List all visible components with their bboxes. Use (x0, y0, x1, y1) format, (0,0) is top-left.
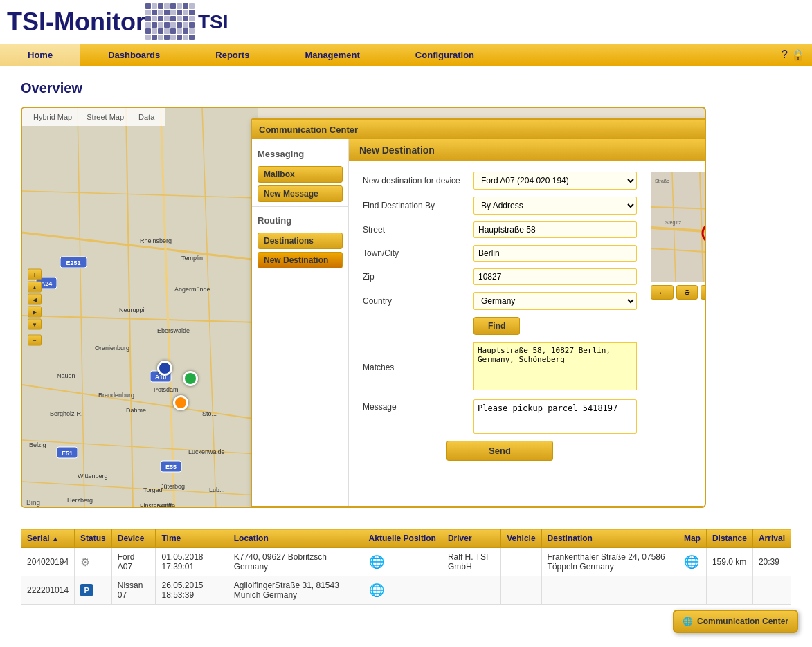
message-textarea[interactable]: Please pickup parcel 5418197 (473, 399, 637, 434)
pan-right-button[interactable]: ▶ (28, 307, 42, 318)
device-label: New destination for device (363, 176, 473, 185)
comm-center-header: Communication Center ✕ (252, 120, 706, 139)
svg-text:Dahme: Dahme (126, 407, 146, 414)
svg-text:Herzberg: Herzberg (67, 497, 93, 504)
comm-center-title: Communication Center (259, 125, 358, 135)
matches-textarea[interactable]: Hauptstraße 58, 10827 Berlin, Germany, S… (473, 342, 637, 390)
cell-time: 26.05.2015 18:53:39 (156, 576, 228, 605)
logo-box: TSI (145, 3, 228, 40)
cell-driver (442, 576, 500, 605)
map-thumb-image: Schöneberg Steglitz Straße (651, 172, 706, 282)
vehicle-marker-blue[interactable] (157, 361, 172, 376)
map-tab-street[interactable]: Street Map (81, 111, 129, 122)
pan-left-button[interactable]: ◀ (28, 294, 42, 305)
device-select[interactable]: Ford A07 (204 020 194) (473, 172, 637, 190)
nav-dashboards[interactable]: Dashboards (80, 44, 188, 66)
destinations-button[interactable]: Destinations (258, 233, 343, 249)
nav-reports[interactable]: Reports (188, 44, 277, 66)
cell-distance: 159.0 km (706, 548, 752, 576)
message-label: Message (363, 399, 473, 412)
col-distance[interactable]: Distance (706, 529, 752, 548)
map-tab-data[interactable]: Data (133, 111, 160, 122)
zip-control (473, 268, 637, 285)
map-thumbnail: Schöneberg Steglitz Straße ← ⊕ → (651, 172, 706, 468)
form-area: New destination for device Ford A07 (204… (349, 161, 706, 478)
svg-text:Lub...: Lub... (209, 486, 225, 493)
cell-destination: Frankenthaler Straße 24, 07586 Töppeln G… (541, 548, 678, 576)
communication-center-dialog: Communication Center ✕ Messaging Mailbox… (251, 118, 706, 507)
globe-icon-2[interactable]: 🌐 (369, 583, 384, 597)
svg-text:Brandenburg: Brandenburg (98, 392, 134, 399)
col-destination[interactable]: Destination (541, 529, 678, 548)
comm-center-body: Messaging Mailbox New Message Routing De… (252, 139, 706, 506)
col-aktuelle[interactable]: Aktuelle Position (363, 529, 442, 548)
map-tab-hybrid[interactable]: Hybrid Map (28, 111, 78, 122)
map-controls: + ▲ ◀ ▶ ▼ − (28, 269, 42, 346)
matches-label: Matches (363, 363, 473, 372)
cell-destination (541, 576, 678, 605)
device-control: Ford A07 (204 020 194) (473, 172, 637, 190)
svg-text:Jüterbog: Jüterbog (161, 483, 185, 490)
map-globe-icon[interactable]: 🌐 (684, 555, 699, 569)
find-by-row: Find Destination By By Address (363, 197, 637, 215)
new-destination-button[interactable]: New Destination (258, 252, 343, 268)
help-icon[interactable]: ? (782, 48, 788, 62)
pan-up-button[interactable]: ▲ (28, 282, 42, 293)
nav-home[interactable]: Home (0, 44, 80, 66)
nav-configuration[interactable]: Configuration (388, 44, 502, 66)
street-input[interactable] (473, 221, 637, 238)
town-input[interactable] (473, 245, 637, 262)
comm-sidebar: Messaging Mailbox New Message Routing De… (252, 139, 349, 506)
country-select[interactable]: Germany (473, 292, 637, 310)
pan-down-button[interactable]: ▼ (28, 319, 42, 330)
town-control (473, 245, 637, 262)
form-left: New destination for device Ford A07 (204… (363, 172, 637, 468)
street-control (473, 221, 637, 238)
svg-text:Steglitz: Steglitz (665, 220, 681, 226)
nav-management[interactable]: Management (277, 44, 387, 66)
zip-row: Zip (363, 268, 637, 285)
country-row: Country Germany (363, 292, 637, 310)
country-label: Country (363, 296, 473, 306)
col-driver[interactable]: Driver (442, 529, 500, 548)
map-tabs: Hybrid Map Street Map Data (22, 108, 165, 126)
col-vehicle[interactable]: Vehicle (501, 529, 541, 548)
svg-text:Sto...: Sto... (202, 410, 217, 417)
map-thumb-btn-2[interactable]: ⊕ (676, 285, 698, 300)
matches-control: Hauptstraße 58, 10827 Berlin, Germany, S… (473, 342, 637, 392)
col-serial[interactable]: Serial ▲ (21, 529, 75, 548)
vehicle-marker-orange[interactable] (173, 395, 188, 410)
send-row: Send (377, 441, 623, 461)
comm-center-float-button[interactable]: 🌐 Communication Center (673, 610, 798, 612)
find-button[interactable]: Find (473, 317, 520, 335)
globe-icon[interactable]: 🌐 (369, 555, 384, 569)
col-map[interactable]: Map (678, 529, 706, 548)
svg-text:E55: E55 (165, 464, 177, 471)
vehicle-marker-green[interactable] (183, 371, 198, 386)
cell-arrival (752, 576, 791, 605)
zoom-out-button[interactable]: − (28, 335, 42, 346)
svg-text:Potsdam: Potsdam (154, 386, 179, 393)
col-arrival[interactable]: Arrival (752, 529, 791, 548)
find-by-select[interactable]: By Address (473, 197, 637, 215)
col-location[interactable]: Location (228, 529, 363, 548)
new-message-button[interactable]: New Message (258, 185, 343, 202)
table-row: 204020194 ⚙ Ford A07 01.05.2018 17:39:01… (21, 548, 791, 576)
vehicles-table: Serial ▲ Status Device Time Location Akt… (21, 529, 791, 605)
map-thumb-btn-1[interactable]: ← (651, 285, 674, 300)
parking-status-icon: P (80, 584, 93, 596)
zoom-in-button[interactable]: + (28, 269, 42, 280)
send-button[interactable]: Send (446, 441, 553, 461)
cell-status: ⚙ (75, 548, 112, 576)
cell-device: Nissan 07 (111, 576, 156, 605)
map-thumb-btn-3[interactable]: → (701, 285, 706, 300)
col-device[interactable]: Device (111, 529, 156, 548)
zip-input[interactable] (473, 268, 637, 285)
lock-icon[interactable]: 🔒 (791, 48, 805, 62)
col-time[interactable]: Time (156, 529, 228, 548)
zip-label: Zip (363, 272, 473, 282)
col-status[interactable]: Status (75, 529, 112, 548)
map-panel: Hybrid Map Street Map Data E251 (21, 107, 706, 508)
find-by-label: Find Destination By (363, 201, 473, 210)
mailbox-button[interactable]: Mailbox (258, 166, 343, 183)
